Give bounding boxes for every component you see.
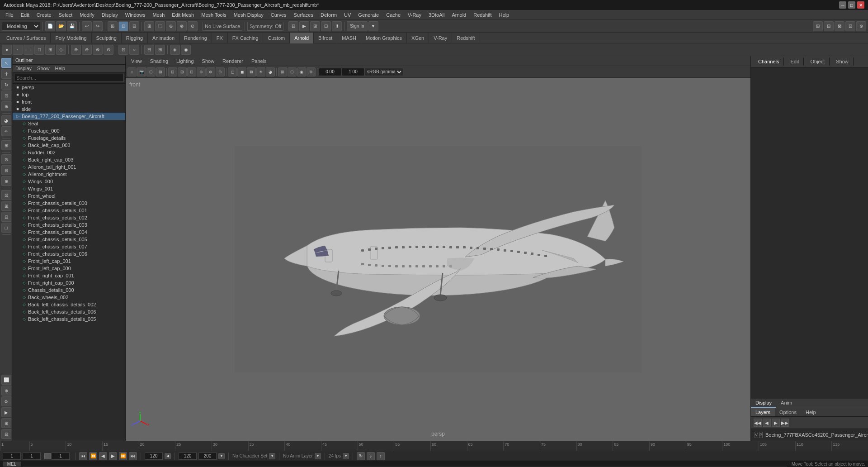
outliner-item-22[interactable]: ◇ Front_chassis_details_007 [13, 243, 125, 250]
outliner-item-5[interactable]: ◇ Seat [13, 120, 125, 127]
vpt-light-btn[interactable]: ☀ [256, 67, 265, 76]
ipr-render-btn[interactable]: ⊟ [1, 429, 11, 439]
snap-surface-btn[interactable]: ⊗ [177, 21, 187, 31]
back-btn[interactable]: ◀ [99, 452, 107, 460]
range-toggle-btn[interactable]: ◀ [165, 453, 171, 459]
vp-lighting-menu[interactable]: Lighting [173, 57, 198, 65]
vpt-layout3[interactable]: ⊡ [187, 67, 196, 76]
component-sel-btn[interactable]: ● [2, 45, 12, 55]
tab-rigging[interactable]: Rigging [122, 33, 148, 43]
vpt-sel-cam-btn[interactable]: ⊡ [146, 67, 156, 76]
vpt-exposure-input[interactable] [319, 68, 341, 76]
channels-tab[interactable]: Channels [754, 57, 784, 66]
snap-grid-btn[interactable]: ⊞ [144, 21, 154, 31]
outliner-item-12[interactable]: ◇ Aileron_rightmost [13, 171, 125, 178]
layer-playback[interactable]: P [759, 432, 763, 438]
frame-display-input[interactable] [52, 453, 70, 460]
vp-shading-menu[interactable]: Shading [146, 57, 172, 65]
outliner-item-13[interactable]: ◇ Wings_000 [13, 178, 125, 185]
outliner-item-14[interactable]: ◇ Wings_001 [13, 185, 125, 192]
vpt-all-lights-btn[interactable]: ◕ [266, 67, 275, 76]
outliner-show-menu[interactable]: Show [34, 65, 52, 72]
shaded-btn[interactable]: ◉ [181, 45, 191, 55]
combine-btn[interactable]: ⊕ [71, 45, 81, 55]
outliner-item-10[interactable]: ◇ Back_right_cap_003 [13, 156, 125, 163]
menu-cache[interactable]: Cache [382, 11, 404, 19]
minimize-button[interactable]: ─ [839, 1, 846, 9]
vert-mode-btn[interactable]: ⊞ [1, 201, 11, 211]
go-end-btn[interactable]: ⏭ [129, 452, 137, 460]
display-tab[interactable]: Display [751, 399, 776, 408]
vpt-shade-btn[interactable]: ◼ [237, 67, 246, 76]
tab-motion-graphics[interactable]: Motion Graphics [361, 33, 407, 43]
go-start-btn[interactable]: ⏮ [79, 452, 87, 460]
obj-mode-btn[interactable]: ⊡ [1, 190, 11, 200]
tab-redshift[interactable]: Redshift [452, 33, 480, 43]
tab-poly-modeling[interactable]: Poly Modeling [51, 33, 91, 43]
paint-btn[interactable]: ✏ [1, 126, 11, 136]
sign-in-btn[interactable]: Sign In [347, 21, 367, 31]
tab-rendering[interactable]: Rendering [179, 33, 212, 43]
layer-prev-btn[interactable]: ◀◀ [754, 419, 762, 427]
outliner-item-16[interactable]: ◇ Front_chassis_details_000 [13, 200, 125, 207]
tab-custom[interactable]: Custom [263, 33, 290, 43]
uvs-btn[interactable]: ⊞ [45, 45, 55, 55]
range-end-input[interactable] [145, 453, 163, 460]
vpt-colorspace-select[interactable]: sRGB gamma [365, 68, 403, 76]
soft-sel-btn[interactable]: ◕ [1, 115, 11, 125]
vpt-shadow-btn[interactable]: ⊡ [288, 67, 297, 76]
layout-btn3[interactable]: ⊠ [835, 21, 844, 31]
outliner-display-menu[interactable]: Display [13, 65, 34, 72]
outliner-item-31[interactable]: ◇ Back_left_chassis_details_006 [13, 308, 125, 315]
snap-view-btn[interactable]: ⊙ [188, 21, 198, 31]
layout-btn5[interactable]: ⊗ [856, 21, 866, 31]
boolean-btn[interactable]: ⊙ [104, 45, 113, 55]
camera-zoom-btn[interactable]: ⊕ [1, 176, 11, 186]
outliner-item-29[interactable]: ◇ Back_wheels_002 [13, 294, 125, 301]
camera-orbit-btn[interactable]: ⊙ [1, 154, 11, 164]
snap-point-btn[interactable]: ⊕ [166, 21, 176, 31]
tab-curves---surfaces[interactable]: Curves / Surfaces [2, 33, 51, 43]
vpt-layout4[interactable]: ⊕ [197, 67, 206, 76]
outliner-item-15[interactable]: ◇ Front_wheel [13, 192, 125, 200]
lasso-tool-btn[interactable]: ⊡ [118, 21, 128, 31]
select-btn[interactable]: ↖ [1, 58, 11, 68]
vpt-gamma-input[interactable] [342, 68, 364, 76]
tab-arnold[interactable]: Arnold [290, 33, 314, 43]
outliner-item-28[interactable]: ◇ Chassis_details_000 [13, 286, 125, 294]
vpt-ao-btn[interactable]: ◉ [297, 67, 306, 76]
render-view-btn[interactable]: ⬜ [1, 375, 11, 385]
select-tool-btn[interactable]: ⊞ [108, 21, 118, 31]
object-tab[interactable]: Object [806, 57, 830, 66]
menu-modify[interactable]: Modify [76, 11, 98, 19]
vpt-tex-btn[interactable]: ⊠ [247, 67, 256, 76]
show-hide-btn[interactable]: ⊟ [144, 45, 154, 55]
menu-help[interactable]: Help [495, 11, 513, 19]
account-arrow-btn[interactable]: ▼ [368, 21, 378, 31]
render-settings-btn[interactable]: ⚙ [1, 396, 11, 406]
menu-v-ray[interactable]: V-Ray [404, 11, 425, 19]
maximize-button[interactable]: □ [848, 1, 855, 9]
outliner-item-9[interactable]: ◇ Rudder_002 [13, 149, 125, 156]
tab-fx-caching[interactable]: FX Caching [228, 33, 263, 43]
outliner-item-26[interactable]: ◇ Front_right_cap_001 [13, 272, 125, 279]
mirror-btn[interactable]: ⊡ [118, 45, 128, 55]
paint-sel-btn[interactable]: ⊟ [129, 21, 139, 31]
edge-btn[interactable]: — [24, 45, 33, 55]
loop-btn[interactable]: ↕ [377, 452, 385, 460]
menu-edit[interactable]: Edit [17, 11, 33, 19]
layer-next2-btn[interactable]: ▶▶ [781, 419, 789, 427]
tab-sculpting[interactable]: Sculpting [92, 33, 122, 43]
tab-fx[interactable]: FX [212, 33, 228, 43]
quick-render-btn[interactable]: ⊞ [1, 418, 11, 428]
menu-mesh-display[interactable]: Mesh Display [230, 11, 267, 19]
total-frames-input[interactable] [198, 453, 217, 460]
timeline-track[interactable]: 1510152025303540455055606570758085909510… [0, 441, 868, 451]
play-btn[interactable]: ▶ [109, 452, 117, 460]
outliner-item-27[interactable]: ◇ Front_right_cap_000 [13, 279, 125, 286]
frame-current-input[interactable] [23, 453, 41, 460]
outliner-item-3[interactable]: ■ side [13, 105, 125, 113]
vpt-dof-btn[interactable]: ⊕ [307, 67, 316, 76]
menu-curves[interactable]: Curves [267, 11, 290, 19]
help-tab[interactable]: Help [801, 408, 821, 416]
